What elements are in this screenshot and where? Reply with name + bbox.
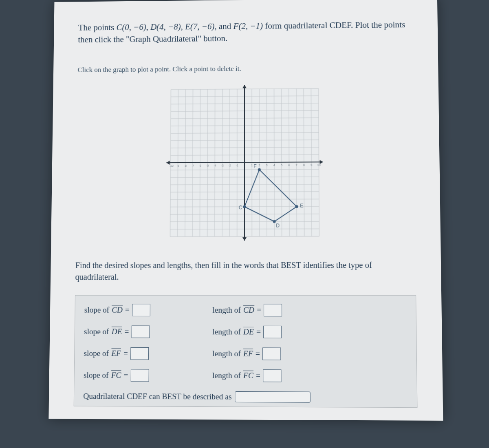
svg-text:-10: -10: [169, 164, 173, 167]
svg-marker-48: [242, 237, 247, 241]
segment: FC: [243, 371, 253, 380]
length-cd-input[interactable]: [264, 304, 282, 316]
segment: CD: [243, 305, 254, 315]
equals: =: [123, 371, 128, 380]
slope-de-input[interactable]: [131, 325, 150, 338]
svg-text:-5: -5: [206, 164, 209, 167]
svg-text:1: 1: [251, 164, 253, 167]
svg-text:-9: -9: [176, 164, 179, 167]
conclusion-row: Quadrilateral CDEF can BEST be described…: [83, 391, 408, 403]
equals: =: [256, 327, 261, 337]
svg-text:3: 3: [266, 164, 268, 167]
equals: =: [123, 349, 128, 358]
segment: FC: [111, 371, 121, 380]
label: length of: [212, 327, 241, 337]
equals: =: [256, 349, 260, 358]
svg-text:C: C: [239, 205, 242, 210]
point-F: F(2, −1): [233, 21, 263, 31]
length-de-input[interactable]: [263, 326, 282, 338]
svg-text:-3: -3: [221, 164, 223, 167]
svg-text:-4: -4: [214, 164, 216, 167]
answers-panel: slope of CD = length of CD = slope of DE: [74, 295, 418, 408]
answer-row: slope of FC = length of FC =: [84, 369, 408, 382]
label: slope of: [84, 349, 109, 358]
svg-text:10: 10: [317, 163, 321, 166]
svg-text:E: E: [300, 203, 303, 208]
after-graph-instruction: Find the desired slopes and lengths, the…: [75, 259, 416, 282]
svg-text:7: 7: [296, 164, 297, 167]
svg-text:4: 4: [273, 164, 275, 167]
graph-instruction: Click on the graph to plot a point. Clic…: [78, 63, 414, 74]
svg-text:5: 5: [281, 164, 282, 167]
svg-text:2: 2: [258, 164, 260, 167]
svg-text:9: 9: [311, 163, 312, 166]
slope-cd-input[interactable]: [132, 304, 150, 316]
label: length of: [212, 349, 241, 358]
point-D: D(4, −8): [150, 22, 181, 32]
svg-text:6: 6: [288, 164, 290, 167]
text: The points: [78, 22, 117, 32]
svg-point-72: [295, 205, 298, 208]
answer-row: slope of DE = length of DE =: [84, 325, 407, 338]
coordinate-graph[interactable]: 12345678910 -1-2-3-4-5-6-7-8-9-10 C D E: [162, 80, 328, 245]
svg-text:-7: -7: [192, 164, 194, 167]
equals: =: [256, 371, 260, 380]
segment: EF: [111, 349, 121, 358]
slope-fc-input[interactable]: [130, 369, 149, 382]
length-ef-input[interactable]: [262, 347, 281, 360]
problem-statement: The points C(0, −6), D(4, −8), E(7, −6),…: [78, 18, 413, 46]
svg-text:8: 8: [303, 163, 305, 166]
svg-text:F: F: [253, 163, 256, 169]
equals: =: [125, 305, 130, 314]
svg-marker-47: [242, 85, 247, 88]
answer-row: slope of EF = length of EF =: [84, 347, 407, 360]
segment: CD: [112, 305, 123, 314]
svg-point-73: [258, 168, 261, 171]
label: length of: [212, 371, 241, 380]
point-C: C(0, −6): [116, 22, 146, 32]
label: slope of: [84, 327, 109, 336]
svg-text:-1: -1: [236, 164, 238, 167]
equals: =: [124, 327, 129, 336]
svg-text:-6: -6: [199, 164, 201, 167]
label: slope of: [84, 371, 109, 380]
slope-ef-input[interactable]: [130, 347, 149, 360]
svg-text:-2: -2: [228, 164, 231, 167]
label: length of: [212, 305, 241, 315]
svg-point-70: [243, 205, 246, 208]
point-E: E(7, −6): [185, 22, 214, 31]
svg-point-71: [273, 220, 276, 223]
svg-text:-8: -8: [184, 164, 187, 167]
segment: DE: [243, 327, 254, 337]
segment: EF: [243, 349, 253, 358]
equals: =: [257, 305, 261, 315]
answer-row: slope of CD = length of CD =: [84, 304, 407, 316]
svg-text:D: D: [276, 223, 280, 228]
problem-page: The points C(0, −6), D(4, −8), E(7, −6),…: [48, 0, 443, 421]
label: slope of: [84, 305, 110, 314]
segment: DE: [112, 327, 122, 336]
conclusion-label: Quadrilateral CDEF can BEST be described…: [83, 392, 231, 402]
quadrilateral-type-input[interactable]: [235, 391, 311, 403]
length-fc-input[interactable]: [263, 369, 281, 382]
